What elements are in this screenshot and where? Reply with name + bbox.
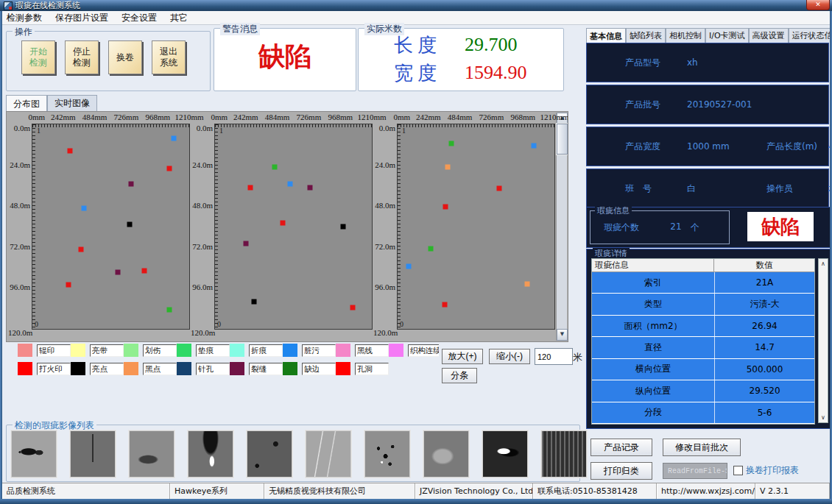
tab-高级设置[interactable]: 高级设置 — [749, 28, 789, 43]
read-from-file-button[interactable]: ReadFromFile-SIM — [663, 463, 727, 479]
defect-point[interactable] — [445, 165, 451, 170]
menu-item-安全设置[interactable]: 安全设置 — [115, 11, 163, 24]
defect-point[interactable] — [141, 269, 147, 274]
defect-point[interactable] — [167, 307, 172, 312]
table-scrollbar[interactable]: ∧ ∨ — [818, 258, 828, 423]
op-button-退出系统[interactable]: 退出 系统 — [152, 40, 186, 74]
legend-item: 垫痕 — [177, 344, 230, 357]
defect-point[interactable] — [171, 135, 176, 141]
scroll-up-icon[interactable]: ∧ — [819, 259, 828, 269]
defect-point[interactable] — [244, 241, 249, 246]
op-button-停止检测[interactable]: 停止 检测 — [65, 40, 99, 74]
product-info-row: 产品型号xh — [586, 43, 829, 82]
defect-thumbnail[interactable] — [364, 430, 410, 478]
defect-point[interactable] — [496, 186, 501, 191]
defect-point[interactable] — [252, 299, 257, 305]
defect-thumbnail[interactable] — [541, 430, 587, 478]
defect-point[interactable] — [443, 205, 448, 210]
defect-thumbnail[interactable] — [11, 430, 57, 478]
y-tick-label: 120.0m — [8, 328, 32, 337]
defect-point[interactable] — [281, 220, 286, 225]
defect-point[interactable] — [116, 269, 121, 274]
defect-point[interactable] — [340, 224, 345, 230]
plot-scrollbar[interactable]: ▲ ▼ — [556, 113, 567, 341]
print-classify-button[interactable]: 打印归类 — [590, 462, 652, 480]
defect-point[interactable] — [532, 143, 537, 148]
table-row[interactable]: 类型污渍-大 — [592, 294, 814, 314]
window-title: 瑕疵在线检测系统 — [15, 0, 80, 11]
x-tick-label: 242mm — [416, 113, 441, 121]
product-record-button[interactable]: 产品记录 — [590, 439, 652, 456]
defect-point[interactable] — [167, 166, 172, 171]
meters-input[interactable] — [535, 348, 573, 365]
defect-point[interactable] — [82, 205, 87, 210]
defect-point[interactable] — [272, 165, 278, 170]
scroll-down-icon[interactable]: ∨ — [819, 413, 828, 422]
defect-thumbnail[interactable] — [306, 430, 351, 478]
tab-I/O卡测试[interactable]: I/O卡测试 — [705, 28, 749, 43]
table-row[interactable]: 直径14.7 — [592, 337, 814, 358]
scatter-plot-panel: 0mm242mm484mm726mm968mm1210mm 0.0m24.0m4… — [8, 112, 189, 341]
scatter-canvas[interactable]: 1 0 — [397, 124, 555, 330]
field-label: 产品批号 — [625, 99, 687, 111]
x-tick-label: 726mm — [114, 113, 139, 121]
menu-item-检测参数[interactable]: 检测参数 — [0, 11, 49, 24]
defect-point[interactable] — [79, 247, 84, 252]
table-row[interactable]: 分段5-6 — [592, 402, 814, 423]
menu-item-保存图片设置[interactable]: 保存图片设置 — [49, 11, 115, 24]
defect-point[interactable] — [307, 185, 312, 190]
defect-thumbnail[interactable] — [129, 430, 174, 478]
tab-运行状态信息[interactable]: 运行状态信息 — [789, 28, 832, 43]
tab-实时图像[interactable]: 实时图像 — [47, 95, 97, 111]
defect-point[interactable] — [288, 181, 293, 186]
op-button-换卷[interactable]: 换卷 — [108, 40, 142, 74]
defect-point[interactable] — [66, 282, 71, 287]
zoom-in-button[interactable]: 放大(+) — [442, 349, 483, 364]
defect-point[interactable] — [248, 185, 253, 190]
modify-batch-button[interactable]: 修改目前批次 — [663, 439, 741, 456]
defect-point[interactable] — [428, 246, 433, 252]
defect-point[interactable] — [449, 141, 454, 146]
tab-基本信息[interactable]: 基本信息 — [586, 28, 626, 43]
scroll-down-icon[interactable]: ▼ — [557, 329, 568, 341]
defect-thumbnail[interactable] — [188, 430, 233, 478]
defect-alert-box: 缺陷 — [747, 212, 814, 241]
defect-point[interactable] — [67, 148, 72, 153]
defect-point[interactable] — [443, 302, 448, 307]
tab-缺陷列表[interactable]: 缺陷列表 — [626, 28, 666, 43]
table-row[interactable]: 索引21A — [592, 272, 814, 293]
defect-thumbnail[interactable] — [482, 430, 528, 478]
legend-label: 划伤 — [143, 344, 177, 357]
defect-point[interactable] — [406, 263, 411, 269]
legend-label: 裂缝 — [249, 363, 283, 375]
window-frame-left — [0, 11, 2, 504]
defect-thumbnail[interactable] — [70, 430, 116, 478]
scatter-canvas[interactable]: 1 0 — [214, 124, 373, 330]
defect-thumbnail[interactable] — [423, 430, 469, 478]
op-button-开始检测[interactable]: 开始 检测 — [21, 40, 55, 74]
y-tick-label: 120.0m — [373, 328, 398, 337]
scatter-canvas[interactable]: 1 0 — [32, 124, 190, 330]
field-value: xh — [687, 57, 766, 68]
table-row[interactable]: 纵向位置29.520 — [592, 380, 814, 401]
menu-item-其它[interactable]: 其它 — [163, 11, 194, 24]
defect-point[interactable] — [350, 305, 355, 310]
table-row[interactable]: 横向位置500.000 — [592, 359, 814, 380]
tab-相机控制[interactable]: 相机控制 — [666, 28, 705, 43]
defect-summary-group: 瑕疵信息 瑕疵个数 21 个 — [590, 210, 730, 244]
close-button[interactable]: ✕ — [806, 0, 830, 10]
defect-point[interactable] — [525, 282, 530, 287]
split-button[interactable]: 分条 — [442, 368, 477, 383]
table-row[interactable]: 面积（mm2）26.94 — [592, 316, 814, 336]
zoom-out-button[interactable]: 缩小(-) — [489, 349, 530, 364]
defect-thumbnail[interactable] — [247, 430, 292, 478]
defect-point[interactable] — [129, 181, 134, 186]
reprint-checkbox[interactable] — [733, 466, 743, 475]
app-icon — [4, 1, 13, 10]
tab-分布图[interactable]: 分布图 — [6, 95, 47, 112]
y-tick-label: 120.0m — [191, 328, 215, 337]
defect-point[interactable] — [127, 221, 133, 227]
legend-label: 黑点 — [143, 363, 177, 375]
y-tick-label: 72.0m — [192, 242, 213, 251]
scrollbar-thumb[interactable] — [557, 124, 568, 155]
